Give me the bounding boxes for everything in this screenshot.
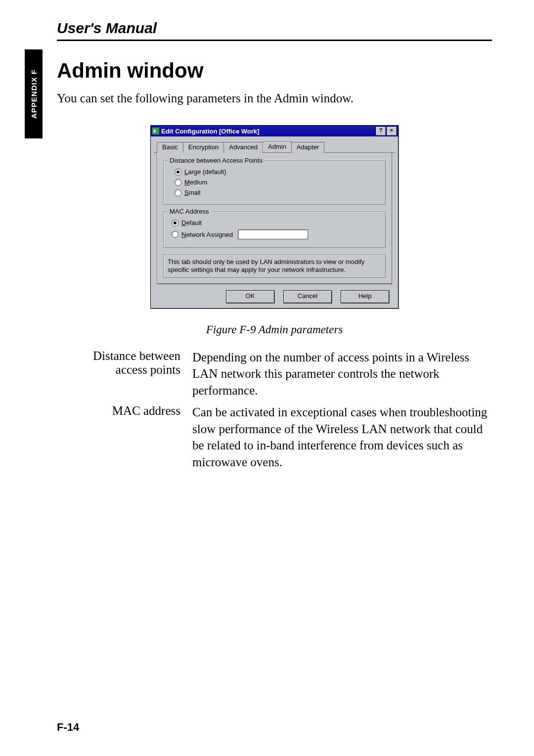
definition-row: MAC address Can be activated in exceptio… — [67, 404, 492, 471]
radio-mac-default-label: Default — [181, 219, 202, 226]
radio-icon[interactable] — [172, 231, 178, 238]
page-number: F-14 — [57, 721, 79, 734]
radio-medium-label: Medium — [184, 178, 207, 186]
tab-admin[interactable]: Admin — [263, 141, 292, 152]
figure-caption: Figure F-9 Admin parameters — [57, 323, 492, 336]
tabstrip: Basic Encryption Advanced Admin Adapter — [154, 138, 395, 153]
group-distance-legend: Distance between Access Points — [168, 157, 265, 164]
radio-icon[interactable] — [175, 169, 181, 176]
definition-term: Distance between access points — [67, 349, 192, 399]
definition-row: Distance between access points Depending… — [67, 349, 492, 399]
radio-small[interactable]: Small — [175, 189, 380, 196]
radio-large-label: Large (default) — [184, 168, 226, 176]
dialog-title: Edit Configuration [Office Work] — [161, 128, 375, 135]
definition-list: Distance between access points Depending… — [67, 349, 492, 471]
group-mac: MAC Address Default Network Assigned — [163, 212, 386, 248]
content: Admin window You can set the following p… — [57, 59, 492, 471]
radio-icon[interactable] — [172, 220, 178, 226]
appendix-label: APPENDIX F — [30, 69, 38, 119]
group-mac-legend: MAC Address — [168, 208, 211, 215]
radio-mac-network-label: Network Assigned — [181, 231, 233, 238]
cancel-button[interactable]: Cancel — [283, 290, 332, 303]
dialog-body: Basic Encryption Advanced Admin Adapter … — [151, 136, 398, 308]
manual-title: User's Manual — [57, 20, 492, 37]
radio-small-label: Small — [184, 189, 201, 196]
close-icon[interactable]: × — [387, 127, 397, 135]
dialog-titlebar[interactable]: Edit Configuration [Office Work] ? × — [151, 126, 398, 136]
tab-advanced[interactable]: Advanced — [223, 142, 263, 153]
header-divider — [57, 40, 492, 41]
admin-note: This tab should only be used by LAN admi… — [163, 255, 386, 278]
section-intro: You can set the following parameters in … — [57, 91, 492, 105]
tab-encryption[interactable]: Encryption — [183, 142, 224, 153]
section-title: Admin window — [57, 59, 492, 83]
definition-term: MAC address — [67, 404, 192, 471]
definition-desc: Depending on the number of access points… — [192, 349, 492, 399]
tab-basic[interactable]: Basic — [157, 142, 183, 153]
help-icon[interactable]: ? — [376, 127, 386, 135]
dialog-buttons: OK Cancel Help — [154, 284, 395, 303]
tab-panel: Distance between Access Points Large (de… — [157, 153, 392, 284]
radio-mac-default[interactable]: Default — [172, 219, 380, 226]
page: APPENDIX F User's Manual Admin window Yo… — [0, 0, 534, 756]
dialog-app-icon — [152, 128, 159, 134]
group-distance: Distance between Access Points Large (de… — [163, 161, 386, 205]
radio-mac-network[interactable]: Network Assigned — [172, 229, 380, 239]
mac-network-input[interactable] — [238, 229, 308, 239]
appendix-side-tab: APPENDIX F — [25, 49, 43, 138]
radio-icon[interactable] — [175, 179, 181, 186]
radio-medium[interactable]: Medium — [175, 178, 380, 186]
radio-icon[interactable] — [175, 189, 181, 196]
radio-large[interactable]: Large (default) — [175, 168, 380, 176]
definition-desc: Can be activated in exceptional cases wh… — [192, 404, 492, 471]
edit-config-dialog: Edit Configuration [Office Work] ? × Bas… — [150, 125, 399, 309]
dialog-wrap: Edit Configuration [Office Work] ? × Bas… — [57, 125, 492, 309]
ok-button[interactable]: OK — [226, 290, 274, 303]
tab-adapter[interactable]: Adapter — [291, 142, 325, 153]
help-button[interactable]: Help — [341, 290, 389, 303]
